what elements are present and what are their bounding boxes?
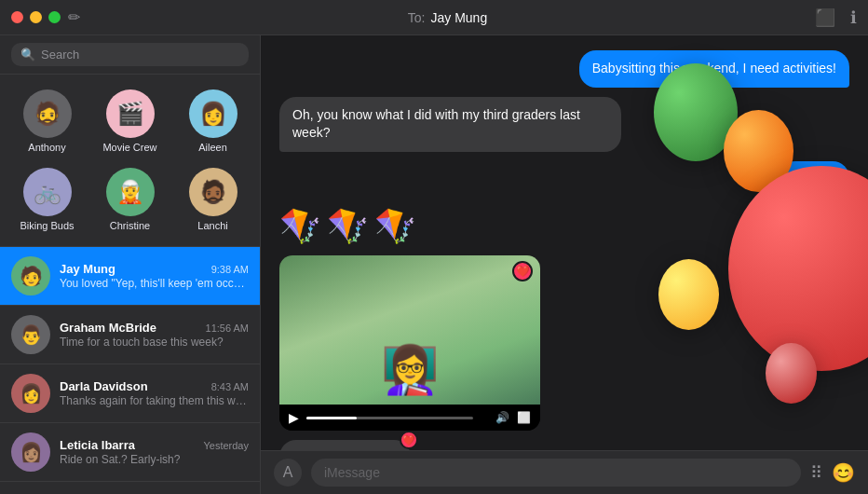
- contact-pin-moviecrew[interactable]: 🎬 Movie Crew: [90, 84, 170, 158]
- message-input[interactable]: [311, 459, 801, 487]
- contact-name-moviecrew: Movie Crew: [102, 142, 156, 153]
- msg-row-tellme: Tell me!: [279, 161, 849, 199]
- title-bar: ✏ To: Jay Mung ⬛ ℹ: [0, 0, 868, 35]
- convo-item-graham[interactable]: 👨 Graham McBride 11:56 AM Time for a tou…: [0, 306, 260, 364]
- msg-row-babysitting: Babysitting this weekend, I need activit…: [279, 50, 849, 88]
- contact-name-bikingbuds: Biking Buds: [20, 220, 74, 231]
- kite-1: 🪁: [279, 207, 321, 246]
- convo-name-jaymung: Jay Mung: [60, 262, 115, 276]
- avatar-bikingbuds: 🚲: [23, 168, 72, 216]
- close-button[interactable]: [11, 11, 23, 23]
- convo-preview-graham: Time for a touch base this week?: [60, 336, 249, 349]
- search-input-wrap[interactable]: 🔍: [11, 43, 249, 66]
- search-icon: 🔍: [20, 48, 35, 62]
- contact-pin-christine[interactable]: 🧝 Christine: [90, 162, 170, 237]
- avatar-leticia: 👩🏽: [11, 432, 50, 472]
- avatar-aileen: 👩: [189, 89, 237, 138]
- main-layout: 🔍 🧔 Anthony 🎬 Movie Crew 👩 Aileen 🚲 Biki…: [0, 35, 868, 494]
- msg-row-kites: 🪁 🪁 🪁: [279, 207, 849, 246]
- video-thumbnail: 👩‍🏫 ❤️: [279, 255, 540, 405]
- fullscreen-icon[interactable]: ⬜: [517, 411, 531, 424]
- avatar-moviecrew: 🎬: [106, 89, 155, 138]
- info-icon[interactable]: ℹ: [850, 7, 857, 28]
- contact-name-aileen: Aileen: [198, 142, 227, 153]
- contact-name-christine: Christine: [110, 220, 150, 231]
- convo-item-darla[interactable]: 👩 Darla Davidson 8:43 AM Thanks again fo…: [0, 364, 260, 423]
- convo-info-graham: Graham McBride 11:56 AM Time for a touch…: [60, 321, 249, 349]
- play-icon[interactable]: ▶: [289, 410, 299, 425]
- convo-info-jaymung: Jay Mung 9:38 AM You loved "Yep, this'll…: [60, 262, 249, 290]
- pinned-contacts: 🧔 Anthony 🎬 Movie Crew 👩 Aileen 🚲 Biking…: [0, 75, 260, 247]
- recipient-header: To: Jay Mung: [408, 10, 487, 25]
- convo-top-leticia: Leticia Ibarra Yesterday: [60, 438, 249, 452]
- progress-fill: [306, 417, 357, 419]
- avatar-anthony: 🧔: [23, 89, 72, 138]
- convo-name-graham: Graham McBride: [60, 321, 156, 335]
- convo-time-graham: 11:56 AM: [206, 322, 249, 334]
- input-bar: A ⠿ 😊: [261, 450, 868, 494]
- avatar-christine: 🧝: [106, 168, 155, 216]
- convo-preview-jaymung: You loved "Yep, this'll keep 'em occupie…: [60, 277, 249, 290]
- kite-2: 🪁: [327, 207, 369, 246]
- contact-pin-lanchi[interactable]: 🧔🏾 Lanchi: [173, 162, 252, 237]
- convo-time-darla: 8:43 AM: [211, 381, 249, 392]
- chat-area: Babysitting this weekend, I need activit…: [261, 35, 868, 494]
- avatar-jaymung: 🧑: [11, 256, 50, 295]
- traffic-lights: [11, 11, 61, 23]
- volume-icon[interactable]: 🔊: [495, 411, 509, 424]
- audio-waveform-icon[interactable]: ⠿: [810, 462, 822, 483]
- conversation-list: 🧑 Jay Mung 9:38 AM You loved "Yep, this'…: [0, 247, 260, 494]
- contact-name-lanchi: Lanchi: [197, 220, 227, 231]
- msg-bubble-babysitting: Babysitting this weekend, I need activit…: [579, 50, 849, 88]
- avatar-darla: 👩: [11, 374, 50, 413]
- convo-name-leticia: Leticia Ibarra: [60, 438, 135, 452]
- video-message: 👩‍🏫 ❤️ ▶ 🔊 ⬜: [279, 255, 540, 431]
- convo-top-graham: Graham McBride 11:56 AM: [60, 321, 249, 335]
- avatar-graham: 👨: [11, 315, 50, 354]
- convo-preview-leticia: Ride on Sat.? Early-ish?: [60, 453, 249, 466]
- title-bar-right: ⬛ ℹ: [815, 7, 857, 28]
- convo-top-darla: Darla Davidson 8:43 AM: [60, 379, 249, 393]
- convo-item-leticia[interactable]: 👩🏽 Leticia Ibarra Yesterday Ride on Sat.…: [0, 423, 260, 482]
- emoji-picker-icon[interactable]: 😊: [832, 461, 855, 484]
- kite-row: 🪁 🪁 🪁: [279, 207, 416, 246]
- msg-bubble-thirdgraders: Oh, you know what I did with my third gr…: [279, 97, 621, 152]
- recipient-name: Jay Mung: [430, 10, 487, 25]
- app-store-icon: A: [283, 464, 293, 481]
- msg-row-thirdgraders: Oh, you know what I did with my third gr…: [279, 97, 849, 152]
- convo-time-jaymung: 9:38 AM: [211, 264, 249, 275]
- avatar-lanchi: 🧔🏾: [189, 168, 237, 216]
- kite-3: 🪁: [374, 207, 416, 246]
- contact-name-anthony: Anthony: [28, 142, 65, 153]
- input-right-icons: ⠿ 😊: [810, 461, 855, 484]
- video-call-icon[interactable]: ⬛: [815, 7, 835, 28]
- contact-pin-bikingbuds[interactable]: 🚲 Biking Buds: [7, 162, 87, 237]
- sidebar: 🔍 🧔 Anthony 🎬 Movie Crew 👩 Aileen 🚲 Biki…: [0, 35, 261, 494]
- search-bar: 🔍: [0, 35, 260, 75]
- msg-bubble-tellme: Tell me!: [779, 161, 849, 199]
- msg-bubble-keepem: Yep, this'll keep 'em occupied. 😊 ❤️: [279, 440, 411, 450]
- convo-preview-darla: Thanks again for taking them this weeken…: [60, 394, 249, 407]
- to-label: To:: [408, 10, 426, 25]
- app-store-button[interactable]: A: [274, 459, 302, 487]
- maximize-button[interactable]: [48, 11, 61, 23]
- video-controls[interactable]: ▶ 🔊 ⬜: [279, 405, 540, 431]
- messages-container: Babysitting this weekend, I need activit…: [261, 35, 868, 450]
- minimize-button[interactable]: [30, 11, 42, 23]
- msg-row-video: 👩‍🏫 ❤️ ▶ 🔊 ⬜ ↑: [279, 255, 849, 431]
- msg-row-keepem: Yep, this'll keep 'em occupied. 😊 ❤️ ↩ R…: [279, 440, 849, 450]
- convo-info-leticia: Leticia Ibarra Yesterday Ride on Sat.? E…: [60, 438, 249, 466]
- convo-info-darla: Darla Davidson 8:43 AM Thanks again for …: [60, 379, 249, 407]
- convo-item-jaymung[interactable]: 🧑 Jay Mung 9:38 AM You loved "Yep, this'…: [0, 247, 260, 306]
- progress-bar[interactable]: [306, 417, 473, 419]
- convo-time-leticia: Yesterday: [203, 440, 249, 451]
- convo-top-jaymung: Jay Mung 9:38 AM: [60, 262, 249, 276]
- love-reaction: ❤️: [400, 431, 418, 449]
- contact-pin-aileen[interactable]: 👩 Aileen: [173, 84, 252, 158]
- contact-pin-anthony[interactable]: 🧔 Anthony: [7, 84, 87, 158]
- title-bar-center: To: Jay Mung: [80, 10, 815, 25]
- reply-wrap: Yep, this'll keep 'em occupied. 😊 ❤️ ↩ R…: [279, 440, 498, 450]
- search-input[interactable]: [41, 48, 239, 62]
- compose-icon[interactable]: ✏: [68, 8, 80, 26]
- convo-name-darla: Darla Davidson: [60, 379, 148, 393]
